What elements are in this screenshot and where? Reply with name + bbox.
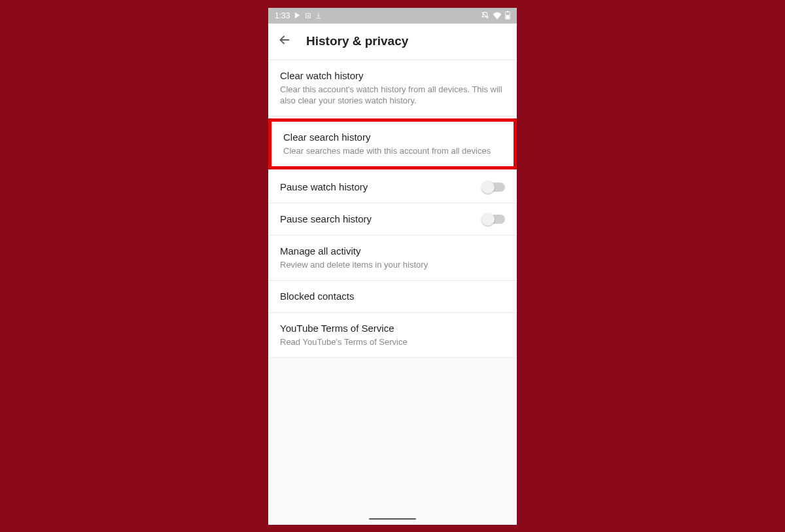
item-title: Manage all activity [280, 245, 505, 258]
pause-watch-history-item[interactable]: Pause watch history [268, 171, 517, 204]
pause-search-history-toggle[interactable] [483, 215, 505, 224]
item-subtitle: Clear this account's watch history from … [280, 84, 505, 107]
status-left: 1:33 [275, 11, 322, 20]
phone-frame: 1:33 History & privacy Clear watch histo… [268, 8, 517, 525]
item-subtitle: Review and delete items in your history [280, 259, 505, 271]
item-text: Clear watch history Clear this account's… [280, 69, 505, 107]
item-title: Clear watch history [280, 69, 505, 82]
item-text: Blocked contacts [280, 290, 505, 303]
item-text: Clear search history Clear searches made… [283, 131, 502, 157]
battery-icon [505, 11, 510, 20]
item-title: Pause search history [280, 213, 475, 226]
item-title: YouTube Terms of Service [280, 322, 505, 335]
blocked-contacts-item[interactable]: Blocked contacts [268, 281, 517, 313]
pause-watch-history-toggle[interactable] [483, 183, 505, 192]
terms-of-service-item[interactable]: YouTube Terms of Service Read YouTube's … [268, 313, 517, 358]
status-bar: 1:33 [268, 8, 517, 24]
download-icon [315, 12, 322, 19]
item-subtitle: Clear searches made with this account fr… [283, 145, 502, 157]
item-title: Pause watch history [280, 181, 475, 194]
item-title: Clear search history [283, 131, 502, 144]
clear-search-history-item[interactable]: Clear search history Clear searches made… [268, 118, 517, 169]
item-text: Manage all activity Review and delete it… [280, 245, 505, 271]
app-header: History & privacy [268, 24, 517, 60]
gesture-nav-handle[interactable] [369, 518, 416, 520]
settings-list: Clear watch history Clear this account's… [268, 60, 517, 358]
page-title: History & privacy [306, 34, 408, 48]
wifi-icon [493, 12, 502, 20]
back-button[interactable] [277, 33, 292, 50]
svg-rect-3 [506, 15, 509, 19]
item-title: Blocked contacts [280, 290, 505, 303]
manage-all-activity-item[interactable]: Manage all activity Review and delete it… [268, 236, 517, 281]
status-time: 1:33 [275, 11, 290, 20]
item-subtitle: Read YouTube's Terms of Service [280, 336, 505, 348]
dnd-icon [481, 11, 489, 20]
pause-search-history-item[interactable]: Pause search history [268, 204, 517, 236]
item-text: Pause watch history [280, 181, 475, 194]
update-icon [305, 12, 311, 19]
status-right [481, 11, 510, 20]
item-text: YouTube Terms of Service Read YouTube's … [280, 322, 505, 348]
clear-watch-history-item[interactable]: Clear watch history Clear this account's… [268, 60, 517, 116]
svg-rect-2 [507, 11, 509, 12]
arrow-left-icon [277, 33, 292, 47]
play-store-icon [294, 12, 301, 19]
item-text: Pause search history [280, 213, 475, 226]
